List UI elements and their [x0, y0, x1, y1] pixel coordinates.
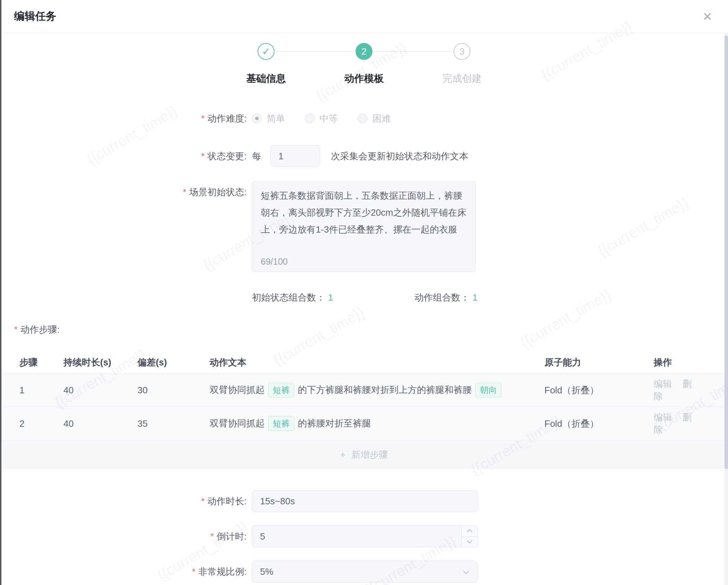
difficulty-options: 简单 中等 困难: [252, 112, 411, 125]
countdown-value: 5: [260, 531, 265, 542]
radio-hard[interactable]: 困难: [358, 112, 391, 125]
add-step-label: 新增步骤: [351, 449, 388, 461]
radio-label: 简单: [267, 112, 285, 125]
chevron-down-icon: [463, 569, 469, 574]
atomic-ability: Fold（折叠）: [544, 384, 654, 396]
steps-table-header: 步骤持续时长(s)偏差(s)动作文本原子能力操作: [0, 351, 728, 373]
radio-label: 中等: [320, 112, 338, 125]
duration-row: *动作时长: 15s~80s: [0, 490, 728, 512]
radio-icon: [252, 113, 262, 123]
combo-value: 1: [328, 292, 333, 303]
column-header: 动作文本: [210, 356, 544, 369]
stepper: ✓ 基础信息 2 动作模板 3 完成创建: [0, 43, 728, 84]
step-deviation: 35: [137, 418, 210, 429]
page-edge: [0, 0, 1, 585]
unusual-ratio-row: *非常规比例: 5%: [0, 561, 728, 583]
step-deviation: 30: [137, 385, 210, 396]
edit-button[interactable]: 编辑: [654, 412, 672, 423]
combo-value: 1: [473, 292, 477, 303]
state-change-row: *状态变更: 每 1 次采集会更新初始状态和动作文本: [0, 145, 728, 167]
dialog-title: 编辑任务: [14, 9, 56, 24]
action-text: 双臂协同抓起短裤的裤腰对折至裤腿: [210, 416, 544, 431]
dialog-header: 编辑任务 ✕: [0, 0, 728, 33]
required-mark: *: [201, 113, 205, 124]
column-header: 操作: [654, 356, 710, 369]
unusual-ratio-value: 5%: [260, 566, 273, 577]
action-text-segment: 双臂协同抓起: [210, 418, 265, 429]
action-tag: 短裤: [268, 416, 294, 431]
step-duration: 40: [63, 385, 137, 396]
edit-button[interactable]: 编辑: [654, 378, 672, 389]
step-label: 动作模板: [344, 72, 384, 84]
column-header: 步骤: [19, 356, 63, 369]
state-change-input[interactable]: 1: [270, 145, 320, 167]
step-duration: 40: [63, 418, 137, 429]
step-number: 3: [454, 43, 470, 60]
action-steps-label: *动作步骤:: [14, 324, 728, 336]
countdown-label: *倒计时:: [0, 530, 247, 543]
duration-label: *动作时长:: [0, 495, 247, 507]
required-mark: *: [192, 566, 196, 577]
unusual-ratio-select[interactable]: 5%: [252, 561, 477, 583]
action-text-segment: 的下方裤腿和裤腰对折到上方的裤腿和裤腰: [298, 384, 472, 395]
step-complete-create[interactable]: 3 完成创建: [413, 43, 511, 84]
action-text-segment: 双臂协同抓起: [210, 384, 265, 395]
required-mark: *: [201, 496, 205, 506]
step-label: 完成创建: [442, 72, 482, 84]
countdown-input[interactable]: 5: [252, 525, 477, 547]
action-tag: 朝向: [475, 383, 501, 398]
initial-state-label: *场景初始状态:: [0, 181, 247, 198]
radio-icon: [305, 113, 315, 123]
state-change-suffix: 次采集会更新初始状态和动作文本: [331, 150, 468, 162]
action-tag: 短裤: [268, 383, 294, 398]
radio-easy[interactable]: 简单: [252, 112, 285, 125]
plus-icon: +: [340, 449, 346, 461]
duration-input[interactable]: 15s~80s: [252, 490, 477, 512]
step-number: 2: [356, 43, 372, 60]
scrollbar-thumb[interactable]: [724, 36, 728, 469]
radio-medium[interactable]: 中等: [305, 112, 338, 125]
step-action-template[interactable]: 2 动作模板: [315, 43, 413, 84]
required-mark: *: [201, 151, 205, 161]
char-counter: 69/100: [261, 257, 467, 267]
column-header: 偏差(s): [137, 356, 210, 369]
action-combo-count: 动作组合数：1: [415, 291, 477, 304]
table-row: 14030双臂协同抓起短裤的下方裤腿和裤腰对折到上方的裤腿和裤腰朝向Fold（折…: [0, 373, 728, 407]
initial-state-row: *场景初始状态: 短裤五条数据背面朝上，五条数据正面朝上，裤腰朝右，离头部视野下…: [0, 181, 728, 272]
check-icon: ✓: [258, 43, 274, 60]
difficulty-row: *动作难度: 简单 中等 困难: [0, 111, 728, 125]
countdown-row: *倒计时: 5: [0, 525, 728, 547]
combos-row: 初始状态组合数：1 动作组合数：1: [0, 290, 728, 304]
state-change-label: *状态变更:: [0, 150, 247, 162]
row-actions: 编辑删除: [654, 378, 710, 402]
step-basic-info[interactable]: ✓ 基础信息: [217, 43, 315, 84]
steps-table-body: 14030双臂协同抓起短裤的下方裤腿和裤腰对折到上方的裤腿和裤腰朝向Fold（折…: [0, 373, 728, 440]
radio-icon: [358, 113, 368, 123]
initial-state-combo-count: 初始状态组合数：1: [252, 291, 333, 304]
column-header: 原子能力: [544, 356, 654, 369]
chevron-down-icon: [467, 538, 472, 544]
chevron-up-icon: [467, 529, 472, 535]
state-change-prefix: 每: [252, 150, 261, 162]
action-text-segment: 的裤腰对折至裤腿: [298, 418, 371, 429]
step-label: 基础信息: [246, 72, 286, 84]
required-mark: *: [210, 531, 214, 542]
table-row: 24035双臂协同抓起短裤的裤腰对折至裤腿Fold（折叠）编辑删除: [0, 407, 728, 440]
action-text: 双臂协同抓起短裤的下方裤腿和裤腰对折到上方的裤腿和裤腰朝向: [210, 383, 544, 398]
initial-state-value: 短裤五条数据背面朝上，五条数据正面朝上，裤腰朝右，离头部视野下方至少20cm之外…: [261, 187, 467, 238]
decrease-button[interactable]: [462, 536, 477, 547]
step-number: 1: [19, 385, 63, 396]
close-icon[interactable]: ✕: [701, 9, 714, 24]
atomic-ability: Fold（折叠）: [544, 418, 654, 430]
initial-state-textarea[interactable]: 短裤五条数据背面朝上，五条数据正面朝上，裤腰朝右，离头部视野下方至少20cm之外…: [252, 181, 476, 272]
row-actions: 编辑删除: [654, 411, 710, 436]
column-header: 持续时长(s): [63, 356, 137, 369]
difficulty-label: *动作难度:: [0, 112, 247, 125]
radio-label: 困难: [372, 112, 391, 125]
step-number: 2: [19, 418, 63, 429]
add-step-button[interactable]: + 新增步骤: [0, 440, 728, 469]
required-mark: *: [183, 187, 186, 197]
scrollbar[interactable]: [724, 33, 728, 585]
number-spinner: [461, 525, 477, 547]
increase-button[interactable]: [462, 526, 477, 536]
